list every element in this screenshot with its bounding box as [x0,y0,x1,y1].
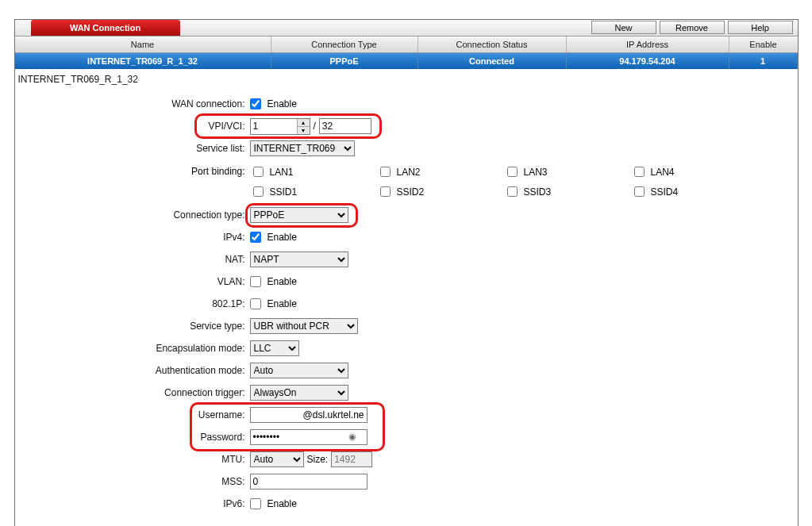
label-mtu-size: Size: [307,454,329,465]
row-username: Username: [15,405,798,424]
label-service-list: Service list: [15,143,250,154]
col-status: Connection Status [418,36,567,52]
mtu-select[interactable]: Auto [250,451,304,467]
row-service-list: Service list: INTERNET_TR069 [15,139,798,158]
connection-trigger-select[interactable]: AlwaysOn [250,385,348,401]
service-list-select[interactable]: INTERNET_TR069 [250,140,355,156]
ssid3-checkbox[interactable] [507,186,518,197]
row-mtu: MTU: Auto Size: [15,450,798,469]
vpi-input[interactable] [251,119,297,133]
vci-separator: / [314,121,316,132]
service-type-select[interactable]: UBR without PCR [250,318,358,334]
label-nat: NAT: [15,254,250,265]
connection-row[interactable]: INTERNET_TR069_R_1_32 PPPoE Connected 94… [15,53,798,69]
port-binding-grid: LAN1 LAN2 LAN3 LAN4 SSID1 SSID2 SSID3 SS… [250,164,758,199]
port-ssid4[interactable]: SSID4 [631,184,758,199]
label-authentication: Authentication mode: [15,365,250,376]
cell-name: INTERNET_TR069_R_1_32 [15,53,271,69]
row-wan-connection: WAN connection: Enable [15,94,798,113]
row-encapsulation: Encapsulation mode: LLC [15,339,798,358]
row-ipv6: IPv6: Enable [15,494,798,513]
page-title: WAN Connection [31,20,180,36]
chevron-up-icon[interactable]: ▲ [297,119,310,126]
port-lan1[interactable]: LAN1 [250,164,377,179]
nat-select[interactable]: NAPT [250,251,348,267]
label-connection-trigger: Connection trigger: [15,387,250,398]
submit-row: Submit [15,516,798,526]
cell-status: Connected [418,53,567,69]
label-password: Password: [15,432,250,443]
p8021-checkbox[interactable] [250,298,261,309]
section-title: INTERNET_TR069_R_1_32 [15,69,798,91]
port-ssid1[interactable]: SSID1 [250,184,377,199]
port-ssid3[interactable]: SSID3 [504,184,631,199]
label-service-type: Service type: [15,321,250,332]
vpi-spinner-buttons[interactable]: ▲▼ [297,119,310,134]
lan2-checkbox[interactable] [380,167,391,177]
label-wan-connection: WAN connection: [15,98,250,109]
ssid1-checkbox[interactable] [253,186,264,197]
vlan-checkbox[interactable] [250,276,261,287]
ssid2-checkbox[interactable] [380,186,391,197]
label-ipv4: IPv4: [15,232,250,243]
ssid4-checkbox[interactable] [634,186,645,197]
username-input[interactable] [250,407,368,423]
new-button[interactable]: New [591,21,656,34]
eye-icon[interactable]: ◉ [348,432,356,442]
vci-input[interactable] [319,118,371,134]
label-ipv6: IPv6: [15,498,250,509]
label-username: Username: [15,409,250,420]
settings-form: WAN connection: Enable VPI/VCI: ▲▼ / Ser… [15,94,798,526]
ipv4-checkbox[interactable] [250,232,261,243]
lan1-checkbox[interactable] [253,167,264,177]
col-enable: Enable [729,36,798,52]
row-vpi-vci: VPI/VCI: ▲▼ / [15,117,798,136]
row-ipv4: IPv4: Enable [15,228,798,247]
cell-enable: 1 [729,53,798,69]
ipv6-checkbox[interactable] [250,498,261,509]
remove-button[interactable]: Remove [660,21,725,34]
wan-connection-enable-label: Enable [267,98,297,109]
row-nat: NAT: NAPT [15,250,798,269]
port-lan4[interactable]: LAN4 [631,164,758,179]
help-button[interactable]: Help [728,21,793,34]
vpi-stepper[interactable]: ▲▼ [250,118,310,135]
col-type: Connection Type [271,36,418,52]
credentials-block: Username: Password: ◉ [15,405,798,447]
label-encapsulation: Encapsulation mode: [15,343,250,354]
top-bar: WAN Connection New Remove Help [15,20,798,36]
row-connection-trigger: Connection trigger: AlwaysOn [15,383,798,402]
connections-grid-header: Name Connection Type Connection Status I… [15,36,798,53]
row-port-binding: Port binding: LAN1 LAN2 LAN3 LAN4 SSID1 … [15,164,798,199]
row-password: Password: ◉ [15,428,798,447]
row-mss: MSS: [15,472,798,491]
mtu-size-input [331,451,372,467]
cell-ip: 94.179.54.204 [567,53,729,69]
connection-type-select[interactable]: PPPoE [250,207,348,223]
wan-connection-checkbox[interactable] [250,98,261,109]
row-service-type: Service type: UBR without PCR [15,317,798,336]
label-8021p: 802.1P: [15,298,250,309]
row-vlan: VLAN: Enable [15,272,798,291]
row-authentication: Authentication mode: Auto [15,361,798,380]
port-lan3[interactable]: LAN3 [504,164,631,179]
encapsulation-select[interactable]: LLC [250,340,299,356]
row-8021p: 802.1P: Enable [15,294,798,313]
label-vlan: VLAN: [15,276,250,287]
chevron-down-icon[interactable]: ▼ [297,126,310,134]
lan3-checkbox[interactable] [507,167,518,177]
col-ip: IP Address [567,36,729,52]
authentication-select[interactable]: Auto [250,363,348,378]
p8021-enable-label: Enable [267,298,297,309]
col-name: Name [15,36,271,52]
ipv6-enable-label: Enable [267,498,297,509]
port-ssid2[interactable]: SSID2 [377,184,504,199]
lan4-checkbox[interactable] [634,167,645,177]
header-buttons: New Remove Help [591,21,793,34]
ipv4-enable-label: Enable [267,232,297,243]
port-lan2[interactable]: LAN2 [377,164,504,179]
label-mss: MSS: [15,476,250,487]
mss-input[interactable] [250,474,368,490]
label-mtu: MTU: [15,454,250,465]
vlan-enable-label: Enable [267,276,297,287]
